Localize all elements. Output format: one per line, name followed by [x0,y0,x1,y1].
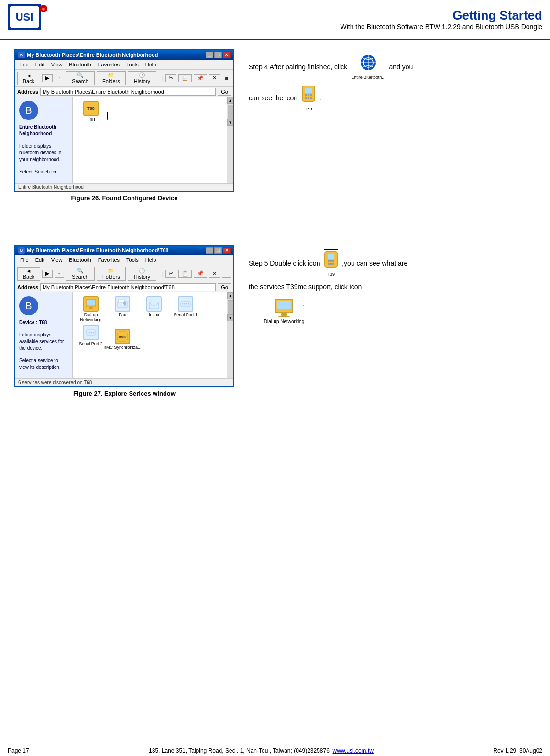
icon-inbox[interactable]: Inbox [140,296,168,322]
icon-inbox-img [146,296,162,312]
menu-edit-26[interactable]: Edit [33,61,47,68]
menu-tools-26[interactable]: Tools [123,61,142,68]
toolbar-folders-26[interactable]: 📁 Folders [97,71,126,85]
step5-t39-icon-inline: T39 [324,249,338,278]
menu-file-27[interactable]: File [17,256,32,264]
svg-rect-38 [328,254,334,259]
toolbar-back-27[interactable]: ◄ Back [17,267,40,281]
toolbar-forward-27[interactable]: ▶ [42,270,53,278]
icon-serial1-img [178,296,193,312]
menu-view-27[interactable]: View [48,256,66,264]
toolbar-history-26[interactable]: 🕐 History [128,71,156,85]
bt-sidebar-icon-26: B [19,101,38,120]
toolbar-delete-26[interactable]: ✕ [209,74,220,82]
menu-favorites-27[interactable]: Favorites [95,256,122,264]
svg-rect-19 [89,307,93,309]
menu-tools-27[interactable]: Tools [123,256,142,264]
icon-serial2[interactable]: Serial Port 2 [77,325,105,350]
menu-favorites-26[interactable]: Favorites [95,61,122,68]
address-field-26[interactable] [40,88,216,96]
step5-text4: . [302,300,304,308]
footer-page: Page 17 [8,747,29,754]
figure26-window: B My Bluetooth Places\Entire Bluetooth N… [14,49,234,192]
scroll-up-26[interactable]: ▲ [227,97,234,104]
icon-serial2-label: Serial Port 2 [79,341,103,346]
scroll-down-26[interactable]: ▼ [227,119,234,126]
footer-website-link[interactable]: www.usi.com.tw [333,747,374,754]
toolbar-paste-27[interactable]: 📌 [194,270,207,278]
toolbar-history-27[interactable]: 🕐 History [128,267,156,281]
step5-line1: Step 5 Double click icon [249,249,531,278]
win-minimize-26[interactable]: _ [206,52,213,58]
toolbar-paste-26[interactable]: 📌 [194,74,207,82]
win-statusbar-26: Entire Bluetooth Neighborhood [15,183,233,191]
svg-rect-46 [277,301,291,309]
toolbar-copy-26[interactable]: 📋 [178,74,192,82]
svg-rect-40 [330,260,332,262]
menu-edit-27[interactable]: Edit [33,256,47,264]
step5-text3: the services T39mc support, click icon [249,283,362,291]
scroll-thumb-26[interactable] [228,105,233,119]
win-statusbar-27: 6 services were discovered on T68 [15,378,233,386]
icon-irmc-label: IrMC Synchroniza... [103,345,141,350]
menu-bluetooth-27[interactable]: Bluetooth [66,256,94,264]
menu-bluetooth-26[interactable]: Bluetooth [66,61,94,68]
toolbar-folders-27[interactable]: 📁 Folders [97,267,126,281]
svg-point-28 [186,303,187,305]
step5-dialup-label: Dial-up Networking [264,317,304,326]
step4-t39-img [301,85,316,105]
address-go-27[interactable]: Go [218,283,231,291]
icon-fax-img [115,296,130,312]
address-field-27[interactable] [40,283,216,291]
menu-file-26[interactable]: File [17,61,32,68]
toolbar-cut-27[interactable]: ✂ [165,270,176,278]
scroll-up-27[interactable]: ▲ [227,292,234,299]
win-titlebar-27: B My Bluetooth Places\Entire Bluetooth N… [15,246,233,255]
toolbar-back-26[interactable]: ◄ Back [17,72,40,85]
win-titlebar-buttons-26: _ □ ✕ [206,52,231,58]
device-icon-t68-img: T68 [83,101,99,116]
toolbar-up-27[interactable]: ↑ [55,270,64,278]
win-title-text-26: My Bluetooth Places\Entire Bluetooth Nei… [27,52,158,58]
icon-dialup[interactable]: Dial-up Networking [77,296,105,322]
toolbar-copy-27[interactable]: 📋 [178,270,192,278]
toolbar-up-26[interactable]: ↑ [55,75,64,82]
svg-rect-14 [305,97,307,99]
win-maximize-26[interactable]: □ [214,52,222,58]
win-close-27[interactable]: ✕ [223,247,231,254]
win-body-27: B Device : T68 Folder displays available… [15,292,233,378]
toolbar-search-27[interactable]: 🔍 Search [66,267,95,281]
svg-text:®: ® [42,7,45,11]
menu-help-27[interactable]: Help [143,256,159,264]
address-go-26[interactable]: Go [218,88,231,96]
address-label-27: Address [17,284,38,290]
win-title-text-27: My Bluetooth Places\Entire Bluetooth Nei… [27,248,168,253]
address-label-26: Address [17,89,38,95]
svg-rect-10 [305,88,312,93]
icon-fax[interactable]: Fax [108,296,137,322]
scroll-down-27[interactable]: ▼ [227,314,234,321]
toolbar-view-27[interactable]: ≡ [222,270,231,278]
toolbar-delete-27[interactable]: ✕ [209,270,220,278]
svg-rect-48 [278,316,290,317]
page-footer: Page 17 135, Lane 351, Taiping Road, Sec… [0,745,550,756]
device-icon-t68[interactable]: T68 T68 [77,101,105,122]
win-scrollbar-26: ▲ ▼ [227,97,233,183]
sidebar-text1-26: Folder displays bluetooth devices in you… [19,143,68,163]
menu-help-26[interactable]: Help [143,61,159,68]
toolbar-cut-26[interactable]: ✂ [165,74,176,82]
win-sidebar-26: B Entire Bluetooth Neighborhood Folder d… [15,97,73,183]
win-maximize-27[interactable]: □ [214,247,222,254]
toolbar-search-26[interactable]: 🔍 Search [66,71,95,85]
figure26-row: B My Bluetooth Places\Entire Bluetooth N… [14,49,536,211]
win-titlebar-26: B My Bluetooth Places\Entire Bluetooth N… [15,50,233,60]
icon-irmc[interactable]: IrMC IrMC Synchroniza... [108,329,137,350]
menu-view-26[interactable]: View [48,61,66,68]
toolbar-view-26[interactable]: ≡ [222,75,231,82]
scroll-thumb-27[interactable] [228,300,233,314]
toolbar-forward-26[interactable]: ▶ [42,74,53,82]
win-close-26[interactable]: ✕ [223,52,231,58]
win-minimize-27[interactable]: _ [206,247,213,254]
svg-point-23 [124,304,126,306]
icon-serial1[interactable]: Serial Port 1 [171,296,200,322]
